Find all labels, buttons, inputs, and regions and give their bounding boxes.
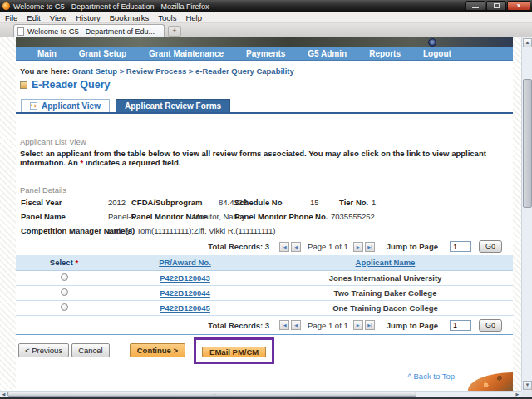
next-page-button[interactable]: ▶ <box>353 242 363 252</box>
restore-icon <box>494 3 500 8</box>
jump-to-page-input[interactable] <box>450 241 471 252</box>
menu-help[interactable]: Help <box>185 13 202 22</box>
continue-button[interactable]: Continue > <box>130 343 185 357</box>
menu-view[interactable]: View <box>50 13 66 22</box>
pr-award-link[interactable]: P422B120043 <box>160 273 210 283</box>
jump-to-page-input[interactable] <box>450 320 471 331</box>
browser-tab[interactable]: Welcome to G5 - Department of Edu... <box>13 24 165 37</box>
breadcrumb: You are here: Grant Setup > Review Proce… <box>16 66 513 76</box>
pr-award-link[interactable]: P422B120045 <box>160 303 210 313</box>
restore-button[interactable] <box>486 1 506 11</box>
new-tab-button[interactable]: + <box>168 26 181 37</box>
applicant-name: One Training Bacon College <box>332 303 438 313</box>
nav-payments[interactable]: Payments <box>246 49 285 58</box>
page-title-row: E-Reader Query <box>16 79 513 91</box>
divider <box>16 175 513 175</box>
email-highlight-box: EMail PM/CM <box>194 337 274 364</box>
jump-to-page-label: Jump to Page <box>387 242 438 251</box>
select-radio[interactable] <box>61 303 68 311</box>
required-asterisk: * <box>75 258 78 267</box>
action-buttons: < Previous Cancel Continue > EMail PM/CM <box>16 337 513 364</box>
table-row: P422B120045 One Training Bacon College <box>16 300 513 315</box>
tab-arrow-icon: ↪ <box>30 102 37 110</box>
scroll-down-arrow[interactable]: ▼ <box>523 381 532 390</box>
pr-award-column-header[interactable]: PR/Award No. <box>112 255 258 270</box>
nav-grant-maintenance[interactable]: Grant Maintenance <box>149 49 224 58</box>
page-tabs: ↪ Applicant View Applicant Review Forms <box>16 99 513 114</box>
select-radio[interactable] <box>61 288 68 296</box>
competition-manager-value: Erdelyi, Tom(111111111);Ziff, Vikki R.(1… <box>108 226 276 235</box>
scrollbar-corner <box>521 391 532 397</box>
menu-history[interactable]: History <box>76 13 101 22</box>
cancel-button[interactable]: Cancel <box>71 343 110 357</box>
email-pm-cm-button[interactable]: EMail PM/CM <box>202 347 266 357</box>
browser-tab-strip: Welcome to G5 - Department of Edu... + <box>0 23 532 37</box>
breadcrumb-prefix: You are here: <box>20 66 70 76</box>
nav-reports[interactable]: Reports <box>369 49 401 58</box>
nav-grant-setup[interactable]: Grant Setup <box>79 49 126 58</box>
browser-tab-title: Welcome to G5 - Department of Edu... <box>27 27 155 36</box>
close-icon: x <box>517 2 520 9</box>
fiscal-year-label: Fiscal Year <box>21 198 62 207</box>
select-radio[interactable] <box>61 273 68 281</box>
menu-file[interactable]: File <box>5 13 17 22</box>
page-indicator: Page 1 of 1 <box>308 242 348 251</box>
title-bar: Welcome to G5 - Department of Education … <box>0 0 532 12</box>
breadcrumb-path[interactable]: Grant Setup > Review Process > e-Reader … <box>72 66 294 76</box>
page-icon <box>17 27 24 36</box>
vertical-scrollbar[interactable]: ▲ ▼ <box>521 37 532 391</box>
menu-tools[interactable]: Tools <box>158 13 176 22</box>
applicant-name: Jones International University <box>329 273 442 283</box>
panel-monitor-phone-label: Panel Monitor Phone No. <box>234 212 328 221</box>
pr-award-link[interactable]: P422B120044 <box>160 288 210 298</box>
last-page-button[interactable]: ▶| <box>365 320 375 330</box>
select-column-header: Select * <box>16 255 112 270</box>
prev-page-button[interactable]: ◀ <box>291 320 301 330</box>
firefox-icon <box>2 2 10 10</box>
minimize-icon <box>472 7 479 8</box>
tab-applicant-view[interactable]: ↪ Applicant View <box>21 99 110 112</box>
menu-edit[interactable]: Edit <box>27 13 40 22</box>
first-page-button[interactable]: |◀ <box>279 320 289 330</box>
applicant-name-column-header[interactable]: Applicant Name <box>258 255 513 270</box>
close-button[interactable]: x <box>507 1 530 11</box>
vertical-scroll-thumb[interactable] <box>523 79 532 208</box>
applicant-name: Two Training Baker College <box>334 288 437 298</box>
pagination-bottom: Total Records: 3 |◀ ◀ Page 1 of 1 ▶ ▶| J… <box>16 318 513 332</box>
last-page-button[interactable]: ▶| <box>365 242 375 252</box>
next-page-button[interactable]: ▶ <box>353 320 363 330</box>
panel-details-row: Competition Manager Name(s) Erdelyi, Tom… <box>16 224 513 237</box>
minimize-button[interactable] <box>466 1 485 11</box>
back-to-top-link[interactable]: ^ Back to Top <box>407 372 455 381</box>
go-button[interactable]: Go <box>479 240 502 253</box>
nav-main[interactable]: Main <box>37 49 57 58</box>
nav-g5-admin[interactable]: G5 Admin <box>308 49 347 58</box>
cfda-label: CFDA/Subprogram <box>131 198 203 207</box>
window-title: Welcome to G5 - Department of Education … <box>13 2 209 11</box>
section-heading: Applicant List View <box>16 137 513 146</box>
page-title: E-Reader Query <box>32 79 110 91</box>
tab-applicant-review-forms[interactable]: Applicant Review Forms <box>116 99 230 112</box>
horizontal-scrollbar[interactable]: ◀ ::: ▶ <box>0 391 521 397</box>
first-page-button[interactable]: |◀ <box>279 242 289 252</box>
query-grid-icon <box>20 81 27 89</box>
total-records: Total Records: 3 <box>208 321 269 330</box>
table-row: P422B120044 Two Training Baker College <box>16 285 513 300</box>
prev-page-button[interactable]: ◀ <box>291 242 301 252</box>
go-button[interactable]: Go <box>479 319 502 332</box>
tier-no-value: 1 <box>372 198 376 207</box>
pagination-top: Total Records: 3 |◀ ◀ Page 1 of 1 ▶ ▶| J… <box>16 239 513 254</box>
panel-name-label: Panel Name <box>21 212 66 221</box>
scroll-up-arrow[interactable]: ▲ <box>523 38 532 47</box>
fiscal-year-value: 2012 <box>108 198 126 207</box>
nav-logout[interactable]: Logout <box>423 49 451 58</box>
browser-window: Welcome to G5 - Department of Education … <box>0 0 532 399</box>
previous-button[interactable]: < Previous <box>18 343 69 357</box>
menu-bookmarks[interactable]: Bookmarks <box>110 13 150 22</box>
tier-no-label: Tier No. <box>339 198 368 207</box>
window-controls: x <box>465 1 530 11</box>
applicant-table: Select * PR/Award No. Applicant Name P42… <box>16 255 513 316</box>
page-viewport: Main Grant Setup Grant Maintenance Payme… <box>0 37 521 391</box>
menu-bar: File Edit View History Bookmarks Tools H… <box>0 12 532 23</box>
panel-monitor-phone-value: 7035555252 <box>331 212 375 221</box>
